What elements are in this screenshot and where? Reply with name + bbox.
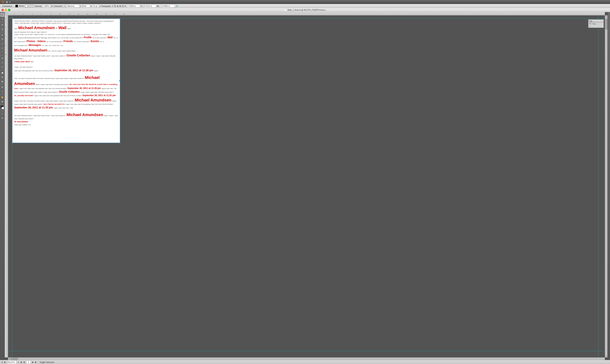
scroll-up-arrow[interactable]: ▲ [605, 15, 608, 18]
ruler-v-mark-2: 2 [5, 18, 6, 19]
lasso-tool[interactable]: ⊙ [0, 27, 4, 31]
scroll-thumb-horizontal[interactable] [11, 358, 18, 360]
rect-tool[interactable]: □ [0, 46, 4, 50]
blank-line2 [14, 73, 118, 75]
scroll-left-arrow[interactable]: ◀ [8, 358, 11, 360]
close-button[interactable] [1, 9, 4, 11]
selection-handle-tl[interactable] [12, 18, 13, 19]
page-number[interactable]: 1 [26, 361, 31, 364]
minimize-button[interactable] [5, 9, 7, 11]
table-line: <table class="walllink"><tr> [14, 124, 118, 126]
giselle-date-line: <abbr class="time published" title="2011… [14, 68, 118, 72]
eye-icon-2: 👁 [589, 26, 591, 27]
stroke-color-input[interactable] [28, 5, 34, 8]
zoom-tool[interactable]: ⊕ [0, 100, 4, 104]
michael-date2: September 26, 2011 at 11:33 pm [14, 106, 53, 109]
page-nav-next2[interactable]: ▶ [35, 361, 37, 363]
left-toolbar: ↖ ↗ ✦ ⊙ ✒ T / □ ⌒ ↺ ⤢ 〜 ▣ ⊘ ⊞ ⊡ ⌗ ✋ ⊕ □ … [0, 12, 5, 360]
layer-visibility-icon2[interactable]: 👁 [588, 25, 604, 28]
selection-handle-br[interactable] [119, 142, 120, 143]
window-chrome: 📄 Wall_1_final.ai @ 66.67% ( RGB/Preview… [0, 8, 610, 12]
align-left-btn[interactable]: ≡ [112, 5, 113, 7]
type-tool[interactable]: T [0, 37, 4, 41]
stroke-swatch[interactable] [25, 5, 28, 7]
rotate-tool[interactable]: ↺ [0, 56, 4, 60]
page-nav-prev2[interactable]: ◀ [23, 361, 25, 363]
scrollbar-horizontal[interactable]: ◀ [8, 357, 605, 360]
warp-tool[interactable]: 〜 [0, 65, 4, 69]
selection-handle-bl[interactable] [12, 142, 13, 143]
selection-handle-tr[interactable] [119, 18, 120, 19]
fill-swatch[interactable] [15, 5, 18, 7]
direct-select-tool[interactable]: ↗ [0, 17, 4, 21]
align-center-btn[interactable]: ☰ [114, 5, 116, 7]
selection-handle-tc[interactable] [66, 18, 67, 19]
layer-visibility-icon1[interactable]: 👁 2 Lay... [588, 23, 604, 25]
giselle-date: September 26, 2011 at 11:28 pm [54, 69, 93, 72]
selection-handle-mr[interactable] [119, 80, 120, 81]
ruler-mark-16: 16 [87, 13, 88, 15]
status-text: Toggle Selection [40, 361, 54, 363]
font-name[interactable]: Tahoma [66, 5, 79, 8]
h1-name: Michael Amundsen [14, 48, 47, 52]
nav-videos: Videos [37, 40, 46, 43]
michael-name3: Michael Amundsen [66, 112, 103, 117]
chevron-down-icon-style[interactable]: ▾ [91, 5, 92, 7]
pen-tool[interactable]: ✒ [0, 33, 4, 37]
tool-separator-7 [0, 104, 4, 104]
ruler-mark-2: 2 [23, 13, 24, 15]
scrollbar-vertical[interactable]: ▲ ▼ [605, 15, 608, 357]
scale-tool[interactable]: ⤢ [0, 61, 4, 65]
magic-wand-tool[interactable]: ✦ [0, 23, 4, 27]
title-bar-icon1[interactable]: ▦ [6, 1, 8, 3]
ruler-corner [5, 12, 8, 15]
font-size[interactable]: 14 pt [92, 5, 99, 8]
menu-item-characters[interactable]: Characters [1, 5, 13, 8]
w-value[interactable]: 13.4583 in [160, 5, 175, 8]
ruler-mark-20: 20 [105, 13, 106, 15]
line-tool[interactable]: / [0, 42, 4, 46]
zoom-value[interactable]: 66.67% [7, 361, 16, 364]
document-canvas: <!DOCTYPE html PUBLIC "-//W3C//DTD XHTML… [12, 18, 120, 143]
more-options-icon[interactable]: ⊞ [119, 5, 121, 7]
page-nav-next[interactable]: ▶ [32, 361, 34, 363]
hand-tool[interactable]: ✋ [0, 95, 4, 99]
blend-tool[interactable]: ⊞ [0, 79, 4, 83]
scroll-down-arrow[interactable]: ▼ [605, 355, 608, 357]
grid-icon[interactable]: ⊟ [122, 5, 124, 7]
slice-tool[interactable]: ⌗ [0, 90, 4, 93]
stroke-swatch-tool[interactable] [1, 107, 4, 109]
link-icon[interactable]: 🔗 [175, 5, 178, 7]
status-icon-arrow[interactable]: ▶ [4, 361, 6, 363]
blank-line1 [14, 64, 118, 66]
giselle-msg: i miss your face! [14, 60, 30, 63]
chevron-down-icon-font[interactable]: ▾ [80, 5, 81, 7]
selection-tool[interactable]: ↖ [0, 13, 4, 17]
menu-bar: Characters Stroke: Opacity: 100% ⊙ Chara… [0, 4, 610, 8]
page-nav-prev[interactable]: ◀ [20, 361, 22, 363]
y-value[interactable]: 8.4722 in [143, 5, 156, 8]
align-right-btn[interactable]: ≣ [117, 5, 119, 7]
gradient-tool[interactable]: ▣ [0, 71, 4, 75]
selection-handle-bc[interactable] [66, 142, 67, 143]
chevron-down-icon-size[interactable]: ▾ [99, 5, 100, 7]
title-bar: Ai ▦ ▾ [0, 0, 610, 4]
maximize-button[interactable] [8, 9, 11, 11]
color-mode-btn[interactable]: □ [0, 112, 4, 116]
opacity-input[interactable]: 100% [43, 5, 50, 8]
eyedropper-tool[interactable]: ⊘ [0, 75, 4, 79]
giselle-reply2: uh...possibly next week? [14, 95, 34, 96]
doctype-line: <!DOCTYPE html PUBLIC "-//W3C//DTD XHTML… [14, 20, 118, 24]
font-style[interactable]: Bold [82, 5, 90, 8]
nav-photos: Photos [27, 40, 35, 43]
scroll-thumb-vertical[interactable] [605, 19, 608, 30]
zoom-dropdown[interactable]: ▾ [18, 361, 19, 363]
title-bar-icon2[interactable]: ▾ [9, 1, 11, 3]
photos-text: 15 new photos [14, 120, 28, 123]
artboard-tool[interactable]: ⊡ [0, 85, 4, 89]
x-value[interactable]: 7.0069 in [127, 5, 140, 8]
screen-mode-btn[interactable]: ⊟ [0, 116, 4, 120]
selection-handle-ml[interactable] [12, 80, 13, 81]
app-logo: Ai [1, 0, 4, 4]
brush-tool[interactable]: ⌒ [0, 51, 4, 54]
